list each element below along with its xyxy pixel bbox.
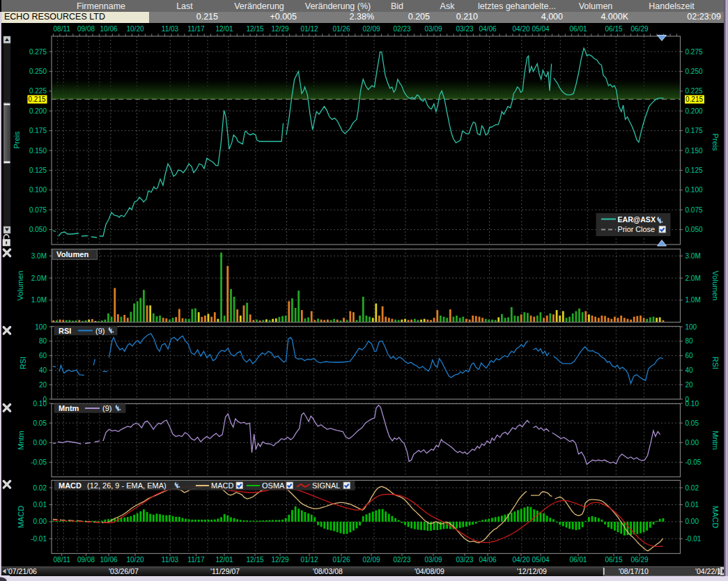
svg-text:0.225: 0.225 <box>686 87 703 95</box>
svg-text:0.075: 0.075 <box>686 206 703 214</box>
svg-text:0.10: 0.10 <box>33 400 47 408</box>
svg-text:MACD: MACD <box>59 481 82 490</box>
svg-text:11/03: 11/03 <box>162 556 179 564</box>
svg-text:3.0M: 3.0M <box>31 252 47 260</box>
svg-text:Preis: Preis <box>13 131 21 149</box>
svg-text:'08/03/08: '08/03/08 <box>313 567 343 575</box>
svg-text:0.225: 0.225 <box>29 87 47 95</box>
svg-text:100: 100 <box>35 323 47 331</box>
svg-text:0.00: 0.00 <box>686 518 699 525</box>
svg-text:100: 100 <box>686 323 697 331</box>
svg-text:80: 80 <box>686 337 694 345</box>
svg-text:1.0M: 1.0M <box>686 296 701 304</box>
svg-text:0.01: 0.01 <box>686 501 699 509</box>
svg-text:'12/12/09: '12/12/09 <box>517 567 547 575</box>
svg-text:Volumen: Volumen <box>56 250 89 258</box>
svg-text:'04/08/09: '04/08/09 <box>415 567 444 575</box>
svg-text:0.02: 0.02 <box>686 484 699 492</box>
svg-text:04/06: 04/06 <box>479 556 496 564</box>
svg-text:04/20: 04/20 <box>512 25 529 33</box>
svg-text:20: 20 <box>39 381 47 389</box>
svg-text:60: 60 <box>686 352 694 359</box>
svg-text:0.05: 0.05 <box>33 419 47 427</box>
svg-text:08/11: 08/11 <box>54 556 71 564</box>
svg-text:40: 40 <box>686 366 694 374</box>
svg-text:(9): (9) <box>95 327 104 335</box>
svg-text:2.0M: 2.0M <box>31 274 47 282</box>
svg-text:80: 80 <box>39 337 47 345</box>
svg-text:-0.01: -0.01 <box>686 535 702 543</box>
svg-text:0.05: 0.05 <box>686 419 699 427</box>
svg-text:RSI: RSI <box>59 327 71 335</box>
svg-text:Mntm: Mntm <box>711 431 720 450</box>
svg-text:03/09: 03/09 <box>424 556 442 564</box>
svg-text:0.075: 0.075 <box>29 206 47 214</box>
svg-text:0.00: 0.00 <box>686 439 699 447</box>
svg-text:20: 20 <box>686 381 694 389</box>
svg-text:0.175: 0.175 <box>686 127 703 134</box>
svg-text:08/11: 08/11 <box>54 25 71 33</box>
svg-text:'08/17/10: '08/17/10 <box>619 567 649 575</box>
svg-text:0.00: 0.00 <box>33 439 47 447</box>
svg-text:Volumen: Volumen <box>16 271 24 301</box>
svg-text:03/09: 03/09 <box>424 25 442 33</box>
svg-text:02/09: 02/09 <box>362 25 380 33</box>
svg-text:OSMA: OSMA <box>262 481 285 490</box>
svg-text:10/20: 10/20 <box>126 556 144 564</box>
svg-text:0.215: 0.215 <box>29 95 46 103</box>
svg-text:0.02: 0.02 <box>33 484 47 492</box>
svg-text:12/15: 12/15 <box>246 556 263 564</box>
svg-text:0.250: 0.250 <box>686 68 703 75</box>
svg-text:02/23: 02/23 <box>393 25 410 33</box>
svg-text:-0.01: -0.01 <box>31 535 47 543</box>
svg-text:RSI: RSI <box>711 357 720 369</box>
svg-text:06/15: 06/15 <box>605 25 622 33</box>
svg-text:0.125: 0.125 <box>29 166 47 174</box>
svg-text:-0.05: -0.05 <box>686 458 702 466</box>
svg-text:09/08: 09/08 <box>77 556 95 564</box>
svg-text:02/09: 02/09 <box>362 556 380 564</box>
svg-text:'11/29/07: '11/29/07 <box>210 567 240 575</box>
svg-text:MACD: MACD <box>211 481 233 490</box>
svg-text:01/26: 01/26 <box>332 556 350 564</box>
svg-text:0.275: 0.275 <box>686 48 703 56</box>
svg-text:EAR@ASX: EAR@ASX <box>618 215 656 224</box>
svg-text:1.0M: 1.0M <box>31 296 47 304</box>
svg-text:40: 40 <box>39 366 47 374</box>
svg-text:3.0M: 3.0M <box>686 252 701 260</box>
svg-text:11/17: 11/17 <box>187 25 205 33</box>
svg-text:0.050: 0.050 <box>686 226 703 233</box>
svg-text:12/01: 12/01 <box>215 556 233 564</box>
svg-text:0.200: 0.200 <box>686 107 703 115</box>
svg-text:0.050: 0.050 <box>29 226 47 233</box>
svg-text:0.125: 0.125 <box>686 166 703 174</box>
svg-text:04/20: 04/20 <box>512 556 529 564</box>
svg-text:01/26: 01/26 <box>332 25 350 33</box>
svg-text:10/20: 10/20 <box>126 25 144 33</box>
svg-text:12/15: 12/15 <box>246 25 263 33</box>
svg-text:0.100: 0.100 <box>29 186 47 194</box>
svg-text:2.0M: 2.0M <box>686 274 701 282</box>
svg-text:0.00: 0.00 <box>33 518 47 525</box>
svg-text:Volumen: Volumen <box>711 271 720 301</box>
svg-text:02/23: 02/23 <box>393 556 410 564</box>
svg-text:06/29: 06/29 <box>630 556 648 564</box>
svg-text:0.275: 0.275 <box>29 48 47 56</box>
svg-text:0.100: 0.100 <box>686 186 703 194</box>
svg-text:'04/22/1: '04/22/1 <box>695 567 721 575</box>
svg-text:0.150: 0.150 <box>686 147 703 155</box>
svg-text:03/23: 03/23 <box>456 25 473 33</box>
svg-text:06/01: 06/01 <box>569 556 587 564</box>
svg-text:(9): (9) <box>102 404 111 412</box>
svg-text:05/04: 05/04 <box>532 25 549 33</box>
svg-text:60: 60 <box>39 352 47 359</box>
svg-text:01/12: 01/12 <box>300 25 318 33</box>
svg-text:0.250: 0.250 <box>29 68 47 75</box>
svg-text:11/03: 11/03 <box>162 25 179 33</box>
svg-text:Mntm: Mntm <box>59 404 79 412</box>
svg-text:RSI: RSI <box>19 357 27 369</box>
svg-text:'03/26/07: '03/26/07 <box>109 567 139 575</box>
svg-text:01/12: 01/12 <box>300 556 318 564</box>
svg-text:Preis: Preis <box>711 133 720 151</box>
svg-text:'07/21/06: '07/21/06 <box>7 567 37 575</box>
